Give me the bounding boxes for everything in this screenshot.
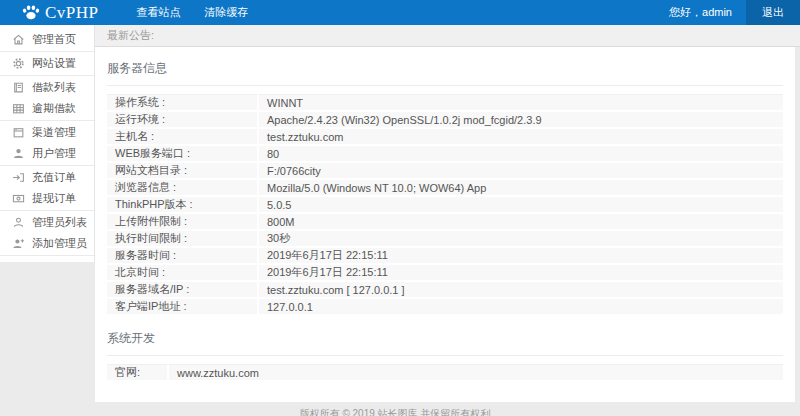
server-info-title: 服务器信息 bbox=[107, 60, 783, 86]
sidebar-group: 借款列表 逾期借款 bbox=[0, 76, 94, 121]
table-row: 操作系统 : WINNT bbox=[107, 94, 783, 112]
table-row: 官网: www.zztuku.com bbox=[107, 364, 783, 382]
sidebar-item-label: 提现订单 bbox=[32, 188, 76, 209]
sidebar-item-user-management[interactable]: 用户管理 bbox=[0, 143, 94, 164]
gear-icon bbox=[12, 57, 25, 70]
row-label: 操作系统 : bbox=[107, 94, 259, 112]
row-value: 127.0.0.1 bbox=[259, 299, 783, 316]
row-value: 5.0.5 bbox=[259, 197, 783, 214]
row-value: F:/0766city bbox=[259, 163, 783, 180]
system-dev-title: 系统开发 bbox=[107, 330, 783, 356]
table-row: 主机名 : test.zztuku.com bbox=[107, 129, 783, 146]
row-label: ThinkPHP版本 : bbox=[107, 197, 259, 214]
row-label: 主机名 : bbox=[107, 129, 259, 146]
sidebar-item-label: 用户管理 bbox=[32, 143, 76, 164]
home-icon bbox=[12, 33, 25, 46]
sidebar-group: 充值订单 提现订单 bbox=[0, 166, 94, 211]
sidebar-item-label: 逾期借款 bbox=[32, 98, 76, 119]
main-content: 最新公告: 服务器信息 操作系统 : WINNT 运行环境 : Apache/2… bbox=[95, 25, 800, 402]
notice-bar: 最新公告: bbox=[95, 25, 800, 47]
table-row: 上传附件限制 : 800M bbox=[107, 214, 783, 231]
sidebar-menu: 管理首页 网站设置 借款列表 bbox=[0, 25, 95, 262]
row-value: 2019年6月17日 22:15:11 bbox=[259, 248, 783, 265]
sidebar-item-overdue-loans[interactable]: 逾期借款 bbox=[0, 98, 94, 119]
paw-icon bbox=[22, 5, 45, 20]
row-value: WINNT bbox=[259, 94, 783, 112]
sidebar-item-label: 渠道管理 bbox=[32, 122, 76, 143]
row-label: 运行环境 : bbox=[107, 112, 259, 129]
sidebar-item-loan-list[interactable]: 借款列表 bbox=[0, 77, 94, 98]
overdue-grid-icon bbox=[12, 102, 25, 115]
app-title: CvPHP bbox=[45, 3, 99, 23]
row-value: www.zztuku.com bbox=[169, 364, 783, 382]
table-row: ThinkPHP版本 : 5.0.5 bbox=[107, 197, 783, 214]
table-row: 执行时间限制 : 30秒 bbox=[107, 231, 783, 248]
withdraw-icon bbox=[12, 192, 25, 205]
sidebar-item-admin-home[interactable]: 管理首页 bbox=[0, 29, 94, 50]
row-value: Mozilla/5.0 (Windows NT 10.0; WOW64) App bbox=[259, 180, 783, 197]
sidebar-item-admin-list[interactable]: 管理员列表 bbox=[0, 212, 94, 233]
sidebar-item-label: 管理员列表 bbox=[32, 212, 87, 233]
table-row: 运行环境 : Apache/2.4.23 (Win32) OpenSSL/1.0… bbox=[107, 112, 783, 129]
loan-list-icon bbox=[12, 81, 25, 94]
view-site-button[interactable]: 查看站点 bbox=[125, 0, 193, 25]
clear-cache-button[interactable]: 清除缓存 bbox=[193, 0, 261, 25]
row-label: 网站文档目录 : bbox=[107, 163, 259, 180]
admin-list-icon bbox=[12, 216, 25, 229]
table-row: 网站文档目录 : F:/0766city bbox=[107, 163, 783, 180]
sidebar-item-add-admin[interactable]: 添加管理员 bbox=[0, 233, 94, 254]
row-label: WEB服务端口 : bbox=[107, 146, 259, 163]
table-row: WEB服务端口 : 80 bbox=[107, 146, 783, 163]
top-header-bar: CvPHP 查看站点 清除缓存 您好，admin 退出 bbox=[0, 0, 800, 25]
sidebar-item-label: 网站设置 bbox=[32, 53, 76, 74]
table-row: 客户端IP地址 : 127.0.0.1 bbox=[107, 299, 783, 316]
table-row: 北京时间 : 2019年6月17日 22:15:11 bbox=[107, 265, 783, 282]
add-admin-icon bbox=[12, 237, 25, 250]
sidebar-group: 网站设置 bbox=[0, 52, 94, 76]
user-icon bbox=[12, 147, 25, 160]
row-value: 2019年6月17日 22:15:11 bbox=[259, 265, 783, 282]
channel-window-icon bbox=[12, 126, 25, 139]
row-label: 执行时间限制 : bbox=[107, 231, 259, 248]
row-label: 服务器时间 : bbox=[107, 248, 259, 265]
recharge-icon bbox=[12, 171, 25, 184]
table-row: 浏览器信息 : Mozilla/5.0 (Windows NT 10.0; WO… bbox=[107, 180, 783, 197]
sidebar-item-label: 充值订单 bbox=[32, 167, 76, 188]
row-value: 30秒 bbox=[259, 231, 783, 248]
row-label: 官网: bbox=[107, 364, 169, 382]
row-label: 客户端IP地址 : bbox=[107, 299, 259, 316]
row-value: test.zztuku.com bbox=[259, 129, 783, 146]
row-value: 80 bbox=[259, 146, 783, 163]
copyright-footer: 版权所有 © 2019 站长图库 并保留所有权利。 bbox=[0, 402, 800, 416]
content-card: 服务器信息 操作系统 : WINNT 运行环境 : Apache/2.4.23 … bbox=[95, 47, 795, 402]
row-value: Apache/2.4.23 (Win32) OpenSSL/1.0.2j mod… bbox=[259, 112, 783, 129]
row-value: test.zztuku.com [ 127.0.0.1 ] bbox=[259, 282, 783, 299]
user-greeting[interactable]: 您好，admin bbox=[655, 0, 746, 25]
sidebar-item-channel-management[interactable]: 渠道管理 bbox=[0, 122, 94, 143]
sidebar-group: 管理首页 bbox=[0, 28, 94, 52]
row-value: 800M bbox=[259, 214, 783, 231]
sidebar-item-label: 借款列表 bbox=[32, 77, 76, 98]
sidebar-item-site-settings[interactable]: 网站设置 bbox=[0, 53, 94, 74]
sidebar-group: 管理员列表 添加管理员 bbox=[0, 211, 94, 256]
system-dev-table: 官网: www.zztuku.com bbox=[107, 364, 783, 382]
header-right: 您好，admin 退出 bbox=[655, 0, 800, 25]
app-logo[interactable]: CvPHP bbox=[0, 3, 99, 23]
sidebar-group: 渠道管理 用户管理 bbox=[0, 121, 94, 166]
table-row: 服务器时间 : 2019年6月17日 22:15:11 bbox=[107, 248, 783, 265]
sidebar-item-withdraw-orders[interactable]: 提现订单 bbox=[0, 188, 94, 209]
table-row: 服务器域名/IP : test.zztuku.com [ 127.0.0.1 ] bbox=[107, 282, 783, 299]
logout-button[interactable]: 退出 bbox=[746, 0, 800, 25]
sidebar-item-label: 添加管理员 bbox=[32, 233, 87, 254]
row-label: 浏览器信息 : bbox=[107, 180, 259, 197]
sidebar-item-recharge-orders[interactable]: 充值订单 bbox=[0, 167, 94, 188]
row-label: 北京时间 : bbox=[107, 265, 259, 282]
server-info-table: 操作系统 : WINNT 运行环境 : Apache/2.4.23 (Win32… bbox=[107, 94, 783, 316]
row-label: 上传附件限制 : bbox=[107, 214, 259, 231]
sidebar-item-label: 管理首页 bbox=[32, 29, 76, 50]
row-label: 服务器域名/IP : bbox=[107, 282, 259, 299]
top-nav: 查看站点 清除缓存 bbox=[125, 0, 261, 25]
